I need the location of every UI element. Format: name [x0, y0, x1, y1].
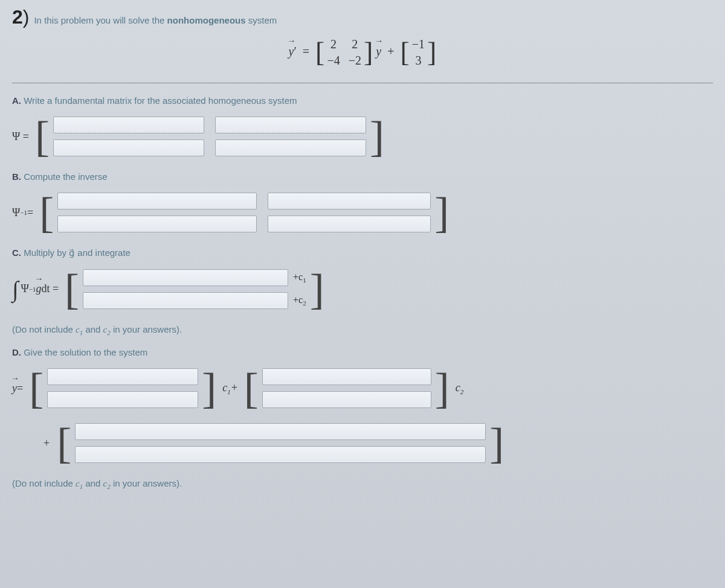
right-bracket-icon: ] [434, 196, 449, 229]
part-d-note: (Do not include c1 and c2 in your answer… [12, 478, 713, 490]
integral-icon: ∫ [12, 283, 18, 296]
part-c-label: C. Multiply by g⃗ and integrate [12, 248, 713, 258]
psi-input-21[interactable] [53, 139, 204, 156]
intro-prefix: In this problem you will solve the [34, 15, 167, 25]
a12: 2 [349, 37, 361, 51]
part-c-answer: ∫ Ψ−1 g dt = [ +c1 +c2 ] [12, 269, 713, 309]
a11: 2 [327, 37, 340, 51]
part-a-label: A. Write a fundamental matrix for the as… [12, 95, 713, 106]
problem-header: 2) In this problem you will solve the no… [12, 6, 713, 28]
intro-suffix: system [246, 15, 277, 25]
part-b-label: B. Compute the inverse [12, 171, 713, 182]
g1: −1 [412, 37, 425, 51]
int-input-1[interactable] [83, 269, 288, 286]
intro-text: In this problem you will solve the nonho… [34, 15, 277, 25]
equals: = [303, 45, 309, 58]
part-a-answer: Ψ = [ ] [12, 117, 713, 156]
right-bracket-icon-2: ] [435, 372, 450, 404]
prime: ′ [294, 45, 296, 58]
part-d-answer-line1: y = [ ] c1+ [ ] c2 [12, 368, 713, 408]
a21: −4 [327, 54, 340, 68]
intro-bold: nonhomogeneous [167, 15, 246, 25]
d1-input-1[interactable] [47, 368, 198, 385]
left-bracket-icon-3: [ [57, 427, 71, 459]
psiinv-input-21[interactable] [57, 216, 257, 232]
divider [12, 83, 713, 83]
number-paren: ) [23, 6, 30, 28]
d1-input-2[interactable] [47, 391, 198, 408]
d-vec2-inputs [262, 368, 431, 408]
psi-equals: Ψ = [12, 130, 29, 143]
plus-particular: + [44, 437, 50, 450]
dp-input-1[interactable] [75, 423, 486, 440]
d2-input-2[interactable] [262, 391, 431, 408]
left-bracket-icon: [ [39, 196, 54, 229]
plus-c2: +c2 [293, 295, 306, 307]
y-equals: y = [12, 382, 23, 395]
psi-inv-matrix-inputs [57, 193, 431, 232]
c2-trail: c2 [456, 382, 464, 395]
integral-inputs: +c1 +c2 [83, 269, 306, 309]
psiinv-input-11[interactable] [57, 193, 257, 209]
g2: 3 [412, 54, 425, 68]
psi-input-11[interactable] [53, 117, 204, 133]
d2-input-1[interactable] [262, 368, 431, 385]
plus-c1: +c1 [293, 272, 306, 284]
part-b: B. Compute the inverse Ψ−1 = [ ] [12, 171, 713, 232]
part-d: D. Give the solution to the system y = [… [12, 347, 713, 490]
d-particular-inputs [75, 423, 486, 463]
problem-number: 2) [12, 6, 29, 28]
psi-input-22[interactable] [215, 139, 366, 156]
right-bracket-icon: ] [310, 273, 324, 305]
part-d-label: D. Give the solution to the system [12, 347, 713, 357]
d-vec1-inputs [47, 368, 198, 408]
matrix-A: [ 2 2 −4 −2 ] [315, 37, 373, 68]
part-a: A. Write a fundamental matrix for the as… [12, 95, 713, 156]
y-vector: y [289, 45, 294, 59]
psi-matrix-inputs [53, 117, 366, 156]
part-c: C. Multiply by g⃗ and integrate ∫ Ψ−1 g … [12, 248, 713, 336]
right-bracket-icon: ] [202, 372, 216, 404]
y-vector-2: y [376, 45, 381, 59]
left-bracket-icon: [ [65, 273, 79, 305]
dp-input-2[interactable] [75, 446, 486, 463]
int-input-2[interactable] [83, 292, 288, 309]
part-d-answer-line2: + [ ] [36, 423, 713, 463]
psiinv-input-22[interactable] [268, 216, 431, 232]
psi-input-12[interactable] [215, 117, 366, 133]
right-bracket-icon-3: ] [489, 427, 504, 459]
integral-lhs: ∫ Ψ−1 g dt = [12, 283, 59, 296]
right-bracket-icon: ] [370, 120, 384, 153]
system-equation: y′ = [ 2 2 −4 −2 ] y + [ −1 3 ] [12, 37, 713, 68]
plus: + [387, 45, 394, 58]
part-b-answer: Ψ−1 = [ ] [12, 193, 713, 232]
psiinv-input-12[interactable] [268, 193, 431, 209]
a22: −2 [349, 54, 361, 68]
vector-g: [ −1 3 ] [401, 37, 437, 68]
psi-inv-equals: Ψ−1 = [12, 206, 33, 219]
left-bracket-icon: [ [35, 120, 50, 153]
number-digit: 2 [12, 6, 23, 28]
part-c-note: (Do not include c1 and c2 in your answer… [12, 324, 713, 336]
left-bracket-icon-2: [ [244, 372, 259, 404]
left-bracket-icon: [ [29, 372, 44, 404]
c1-plus: c1+ [222, 382, 238, 395]
